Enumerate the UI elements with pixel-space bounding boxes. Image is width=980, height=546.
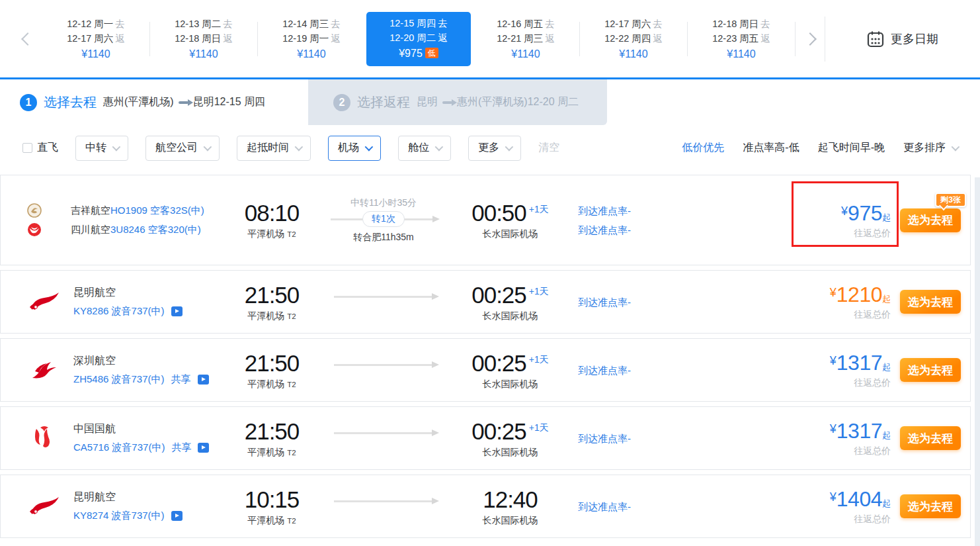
tab-select-outbound[interactable]: 1 选择去程 惠州(平潭机场) 昆明12-15 周四 (0, 79, 308, 125)
low-price-tag: 低 (425, 48, 438, 58)
departure-column: 21:50 平潭机场 T2 (219, 350, 325, 390)
punctuality-link[interactable]: 到达准点率- (578, 497, 678, 516)
select-outbound-button[interactable]: 选为去程 (900, 426, 961, 450)
go-date: 12-15 周四去 (366, 16, 471, 30)
departure-airport: 平潭机场 (247, 447, 284, 457)
chevron-down-icon (204, 143, 212, 152)
filter-bar: 直飞 中转 航空公司 起抵时间 机场 舱位 更多 清空 低价优先 准点率高-低 … (0, 125, 980, 171)
sichuan-airlines-logo (27, 222, 42, 237)
chevron-down-icon (112, 143, 121, 152)
arrival-airport: 长水国际机场 (442, 447, 578, 459)
price: ¥1404起 (678, 487, 891, 512)
sort-more[interactable]: 更多排序 (903, 141, 958, 155)
transfer-count-pill[interactable]: 转1次 (362, 211, 405, 227)
price: ¥1210起 (678, 283, 891, 307)
filter-dropdown-more[interactable]: 更多 (468, 136, 521, 161)
play-icon[interactable] (171, 306, 183, 316)
date-option[interactable]: 12-18 周日去 12-23 周五返 ¥1140 (688, 17, 795, 62)
airline-name: 昆明航空 (73, 286, 183, 300)
punctuality-link[interactable]: 到达准点率- (578, 220, 678, 240)
flight-row[interactable]: 深圳航空 ZH5486 波音737(中)共享 21:50 平潭机场 T2 00:… (0, 338, 971, 402)
scrollbar[interactable] (975, 177, 980, 546)
date-price: ¥1140 (258, 47, 365, 62)
trip-step-tabs: 1 选择去程 惠州(平潭机场) 昆明12-15 周四 2 选择返程 昆明 惠州(… (0, 79, 980, 125)
chevron-down-icon (952, 143, 960, 152)
return-date: 12-18 周日返 (150, 31, 257, 46)
direct-flight-checkbox-wrap[interactable]: 直飞 (22, 141, 58, 155)
punctuality-column: 到达准点率- (578, 429, 678, 448)
select-outbound-button[interactable]: 选为去程 (900, 290, 961, 314)
price-note: 往返总价 (678, 445, 891, 457)
play-icon[interactable] (198, 375, 209, 385)
flight-number-link[interactable]: CA5716 波音737(中) (73, 441, 165, 454)
sort-punctuality[interactable]: 准点率高-低 (743, 141, 799, 155)
date-option[interactable]: 12-17 周六去 12-22 周四返 ¥1140 (580, 17, 687, 62)
flight-list: 吉祥航空HO1909 空客32S(中) 四川航空3U8246 空客320(中) … (0, 175, 980, 538)
filter-dropdown-transfer[interactable]: 中转 (75, 136, 128, 161)
punctuality-column: 到达准点率- (578, 293, 678, 312)
date-option[interactable]: 12-14 周三去 12-19 周一返 ¥1140 (258, 17, 365, 62)
departure-column: 10:15 平潭机场 T2 (219, 486, 325, 527)
next-dates-button[interactable] (796, 19, 825, 59)
itinerary-column: 中转11小时35分 转1次 转合肥11h35m (325, 197, 442, 244)
tab-route: 昆明 惠州(平潭机场)12-20 周二 (417, 95, 579, 109)
more-dates-button[interactable]: 更多日期 (825, 30, 980, 48)
punctuality-link[interactable]: 到达准点率- (578, 361, 678, 380)
sort-bar: 低价优先 准点率高-低 起飞时间早-晚 更多排序 (682, 141, 958, 155)
departure-airport: 平潭机场 (247, 379, 284, 389)
calendar-icon (867, 30, 884, 48)
itinerary-column (325, 301, 442, 303)
departure-time: 21:50 (219, 282, 325, 308)
filter-dropdown-cabin[interactable]: 舱位 (398, 136, 451, 161)
date-option[interactable]: 12-12 周一去 12-17 周六返 ¥1140 (42, 17, 149, 62)
flight-number-link[interactable]: KY8286 波音737(中) (73, 305, 165, 318)
filter-dropdown-airline[interactable]: 航空公司 (145, 136, 220, 161)
direct-flight-checkbox[interactable] (22, 143, 32, 153)
arrival-time: 00:25 (471, 350, 526, 376)
airline-name: 中国国航 (73, 422, 209, 436)
route-arrow-icon (442, 101, 452, 104)
select-outbound-button[interactable]: 选为去程 (900, 494, 961, 518)
punctuality-link[interactable]: 到达准点率- (578, 293, 678, 312)
return-date: 12-21 周三返 (472, 31, 579, 46)
filter-dropdown-airport[interactable]: 机场 (328, 136, 381, 161)
clear-filters-button[interactable]: 清空 (538, 141, 559, 155)
price-column: ¥1404起 往返总价 (678, 487, 891, 525)
date-option-selected[interactable]: 12-15 周四去 12-20 周二返 ¥975低 (366, 12, 471, 66)
arrival-column: 00:25+1天 长水国际机场 (442, 418, 578, 459)
date-price: ¥1140 (42, 47, 149, 62)
select-outbound-button[interactable]: 选为去程 (900, 358, 961, 382)
plus-days: +1天 (529, 204, 549, 214)
flight-row[interactable]: 昆明航空 KY8274 波音737(中) 10:15 平潭机场 T2 12:40… (0, 475, 971, 538)
price-column: ¥1317起 往返总价 (678, 419, 891, 457)
flight-row[interactable]: 吉祥航空HO1909 空客32S(中) 四川航空3U8246 空客320(中) … (0, 175, 971, 265)
filter-dropdown-time[interactable]: 起抵时间 (237, 136, 311, 161)
punctuality-link[interactable]: 到达准点率- (578, 201, 678, 220)
sort-departure-time[interactable]: 起飞时间早-晚 (818, 141, 885, 155)
punctuality-link[interactable]: 到达准点率- (578, 429, 678, 448)
transfer-via: 转合肥11h35m (325, 232, 442, 244)
play-icon[interactable] (198, 443, 209, 453)
arrival-airport: 长水国际机场 (442, 515, 578, 527)
flight-row[interactable]: 昆明航空 KY8286 波音737(中) 21:50 平潭机场 T2 00:25… (0, 270, 971, 334)
flight-row[interactable]: 中国国航 CA5716 波音737(中)共享 21:50 平潭机场 T2 00:… (0, 406, 971, 470)
chevron-left-icon (21, 32, 34, 46)
prev-dates-button[interactable] (13, 19, 42, 59)
flight-number-link[interactable]: HO1909 空客32S(中) (110, 205, 204, 216)
select-outbound-button[interactable]: 选为去程 (900, 208, 961, 232)
play-icon[interactable] (171, 511, 183, 521)
flight-number-link[interactable]: KY8274 波音737(中) (73, 510, 165, 522)
tab-title: 选择去程 (44, 93, 97, 111)
tab-select-return[interactable]: 2 选择返程 昆明 惠州(平潭机场)12-20 周二 (308, 79, 607, 125)
go-date: 12-14 周三去 (258, 17, 365, 31)
date-option[interactable]: 12-16 周五去 12-21 周三返 ¥1140 (472, 17, 579, 62)
date-option[interactable]: 12-13 周二去 12-18 周日返 ¥1140 (150, 17, 257, 62)
price-column: ¥1210起 往返总价 (678, 283, 891, 321)
arrival-time: 00:25 (471, 282, 526, 308)
flight-number-link[interactable]: ZH5486 波音737(中) (73, 373, 165, 386)
price: ¥975起 (678, 201, 891, 226)
codeshare-label: 共享 (171, 373, 191, 386)
air-china-logo (27, 424, 61, 453)
sort-lowest-price[interactable]: 低价优先 (682, 141, 724, 155)
flight-number-link[interactable]: 3U8246 空客320(中) (110, 224, 201, 235)
